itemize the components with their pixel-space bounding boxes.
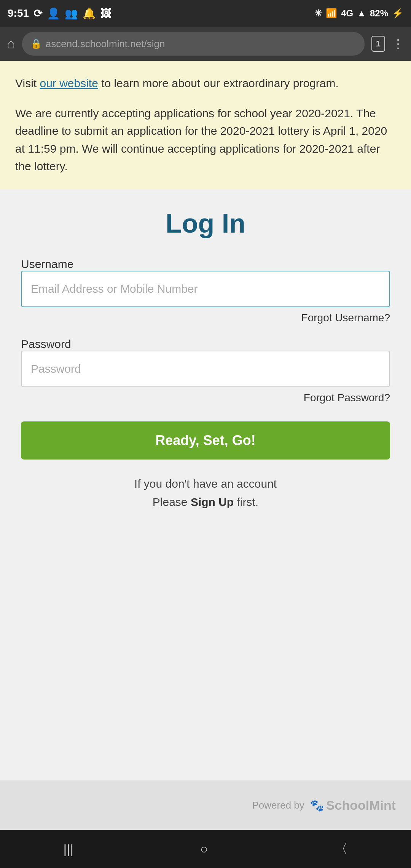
info-banner: Visit our website to learn more about ou… [0,61,411,189]
bottom-nav: ||| ○ 〈 [0,830,411,868]
image-icon: 🖼 [100,7,111,20]
bell-icon: 🔔 [83,7,96,20]
status-bar-left: 9:51 ⟳ 👤 👥 🔔 🖼 [8,7,111,20]
schoolmint-name: SchoolMint [326,798,396,813]
forgot-password-link[interactable]: Forgot Password? [21,392,390,404]
tab-count[interactable]: 1 [371,36,385,52]
forgot-username-link[interactable]: Forgot Username? [21,312,390,324]
time-display: 9:51 [8,7,29,19]
battery-display: 82% [370,8,388,19]
lte-icon: 4G [341,8,353,19]
menu-icon[interactable]: ⋮ [392,37,404,51]
login-title: Log In [21,208,390,239]
charging-icon: ⚡ [392,8,403,19]
url-bar[interactable]: 🔒 ascend.schoolmint.net/sign [22,32,365,56]
signal-icon: ▲ [357,8,366,19]
bluetooth-icon: ✳ [314,8,322,19]
url-text: ascend.schoolmint.net/sign [46,38,165,50]
signup-text: If you don't have an account Please Sign… [21,475,390,511]
login-section: Log In Username Forgot Username? Passwor… [0,189,411,781]
lock-icon: 🔒 [30,38,42,49]
powered-by-text: Powered by [252,799,304,811]
schoolmint-logo: 🐾 SchoolMint [310,798,396,813]
password-label: Password [21,338,71,350]
submit-button[interactable]: Ready, Set, Go! [21,421,390,460]
browser-bar: ⌂ 🔒 ascend.schoolmint.net/sign 1 ⋮ [0,27,411,61]
our-website-link[interactable]: our website [40,77,98,89]
footer: Powered by 🐾 SchoolMint [0,780,411,830]
info-line1: Visit our website to learn more about ou… [15,75,396,93]
sync-icon: ⟳ [33,7,42,20]
signup-link[interactable]: Sign Up [191,496,234,508]
wifi-icon: 📶 [326,8,337,19]
status-bar: 9:51 ⟳ 👤 👥 🔔 🖼 ✳ 📶 4G ▲ 82% ⚡ [0,0,411,27]
password-input[interactable] [21,351,390,387]
people-icon: 👥 [65,7,78,20]
username-label: Username [21,258,73,270]
nav-back[interactable]: 〈 [335,840,348,858]
username-input[interactable] [21,271,390,307]
nav-recent-apps[interactable]: ||| [63,842,73,857]
schoolmint-icon: 🐾 [310,799,324,812]
page-content: Visit our website to learn more about ou… [0,61,411,830]
status-bar-right: ✳ 📶 4G ▲ 82% ⚡ [314,8,403,19]
home-icon[interactable]: ⌂ [7,36,15,52]
user-icon: 👤 [47,7,60,20]
nav-home[interactable]: ○ [200,842,208,857]
info-line2: We are currently accepting applications … [15,105,396,176]
